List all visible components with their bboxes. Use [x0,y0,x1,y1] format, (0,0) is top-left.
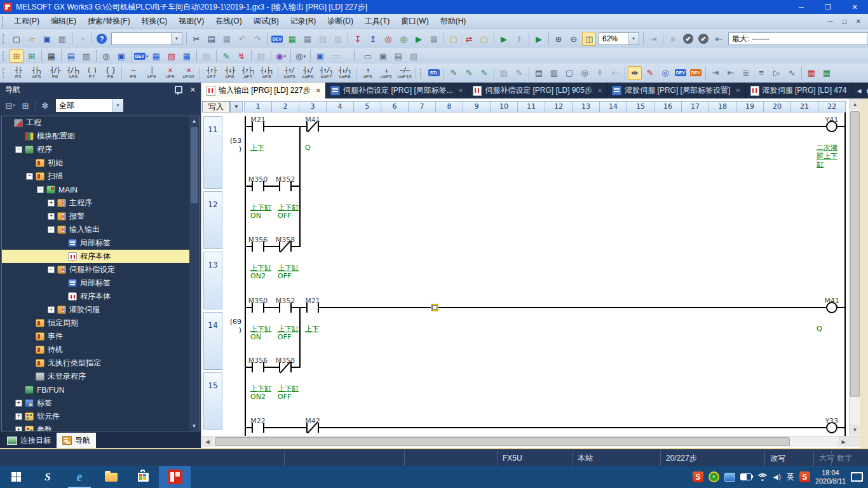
menu-item-工具(T)[interactable]: 工具(T) [359,14,395,29]
editor-tab-3[interactable]: 伺服补偿设定 [PRG] [LD] 905步✕ [468,83,607,98]
store-button[interactable] [127,466,159,488]
check-program-icon[interactable]: ↯ [234,49,248,63]
write-to-plc-icon[interactable]: ↧ [351,32,365,46]
ladder-tool-cF10[interactable]: ✕cF10 [179,64,198,81]
menu-item-编辑(E)[interactable]: 编辑(E) [45,14,82,29]
taskbar-clock[interactable]: 18:042020/8/11 [815,469,846,485]
edit-note-icon[interactable]: ✎ [219,49,233,63]
tree-item-局部标签[interactable]: 局部标签 [2,236,199,250]
device-display-icon[interactable]: ◉▾ [274,49,288,63]
ladder-tool-sF6[interactable]: ┤/├┐sF6 [64,64,83,81]
ladder-tool-F9[interactable]: ─F9 [124,64,142,81]
navigation-window-icon[interactable]: ⊞ [10,49,24,63]
tree-item-恒定周期[interactable]: 恒定周期 [2,316,199,330]
tree-expander-icon[interactable]: − [15,146,22,153]
device-search-blue-icon[interactable]: DEV [674,66,688,80]
start-button[interactable] [0,466,32,488]
window-find-icon[interactable]: ▣ [313,49,327,63]
editor-tab-1[interactable]: 输入输出 [PRG] [LD] 227步✕ [202,83,326,98]
ladder-tool-sF8[interactable]: ┤↓├sF8 [220,64,239,81]
help-icon[interactable]: ? [95,32,109,46]
close-button[interactable]: ✕ [841,0,868,14]
tree-item-报警[interactable]: +报警 [2,210,199,223]
zoom-out-icon[interactable]: ⊖ [567,32,581,46]
notification-icon[interactable] [851,472,863,482]
tree-item-模块配置图[interactable]: 模块配置图 [2,130,199,143]
pin-icon[interactable] [175,86,182,93]
tree-expander-icon[interactable]: + [15,413,22,420]
restore-button[interactable]: ❐ [815,0,841,14]
disabled-1-icon[interactable]: ▨ [316,32,330,46]
rung-find-icon[interactable]: ◎ [578,66,592,80]
scroll-right-icon[interactable]: ▶ [838,437,849,447]
device-find-icon[interactable]: DEV▾ [134,49,148,63]
read-from-plc-icon[interactable]: ↥ [366,32,380,46]
row-number-13[interactable]: 13 [203,252,222,309]
device-search-orange-icon[interactable]: DEV [689,66,703,80]
edit-mode-indicator[interactable]: 写入 [202,101,230,112]
ladder-tool-cF9[interactable]: ✕cF9 [161,64,179,81]
ladder-tool-F6[interactable]: ┤/├F6 [46,64,64,81]
nav-tab-导航[interactable]: 导航 [57,433,96,448]
sogou-tray-icon[interactable]: S [693,471,703,482]
ladder-tool-caF10[interactable]: ─/─caF10 [395,64,414,81]
io-red-icon[interactable]: ▦ [804,66,818,80]
zoom-level-combobox[interactable]: 62%▾ [599,32,639,45]
check-1-icon[interactable]: ✔ [681,32,695,46]
simulation-icon[interactable]: ▶ [532,32,546,46]
indent-left-icon[interactable]: ⇤ [724,66,738,80]
mini-tools-icon[interactable]: ▧ [407,49,421,63]
editor-tab-2[interactable]: 伺服补偿设定 [PRG] [局部标签...✕ [326,83,468,98]
ladder-tool-F7[interactable]: ( )F7 [83,64,101,81]
project-revision-icon[interactable]: ◔ [75,32,89,46]
row-number-12[interactable]: 12 [203,191,222,249]
device-list-icon[interactable]: ▦ [180,49,194,63]
row-number-14[interactable]: 14 [203,312,222,370]
program-list-icon[interactable]: ▤ [64,49,78,63]
tree-item-灌胶伺服[interactable]: +灌胶伺服 [2,303,199,316]
check-2-icon[interactable]: ✔ [696,32,710,46]
doc-import-icon[interactable]: ▢ [477,32,491,46]
tree-item-主程序[interactable]: +主程序 [2,196,199,210]
tree-item-FB/FUN[interactable]: FB/FUN [2,383,199,396]
monitor-edit-icon[interactable]: ✎ [643,66,657,80]
monitor-write-icon[interactable]: ⇹ [628,66,642,80]
row-number-15[interactable]: 15 [203,372,222,430]
step-return-icon[interactable]: ⇤ [712,32,726,46]
menu-item-转换(C)[interactable]: 转换(C) [136,14,173,29]
tree-item-标签[interactable]: +标签 [2,396,199,410]
mini-window-icon[interactable]: ▣ [376,49,390,63]
minimize-button[interactable]: ─ [788,0,815,14]
edit-coil-icon[interactable]: ✎ [462,66,476,80]
pause-gray-icon[interactable]: ■ [666,32,680,46]
verify-green-icon[interactable]: ◎ [397,32,410,46]
monitor-step-icon[interactable]: ⇥ [646,32,660,46]
cut-icon[interactable]: ✂ [189,32,203,46]
tree-item-输入输出[interactable]: −输入输出 [2,223,199,236]
sogou-tray-icon-2[interactable]: S [799,471,810,482]
open-file-icon[interactable]: ▱ [25,32,39,46]
scroll-left-icon[interactable]: ◀ [202,437,213,447]
find-icon[interactable]: ◎ [99,49,113,63]
tree-item-软元件[interactable]: +软元件 [2,410,199,423]
explorer-button[interactable] [95,466,127,488]
settings-gear-icon[interactable]: ✻ [37,98,53,112]
wifi-tray-icon[interactable] [757,473,768,481]
tree-item-程序[interactable]: −程序 [2,143,199,156]
note-icon[interactable]: ▥ [547,66,561,80]
horizontal-scrollbar[interactable]: ◀▶ [202,436,860,447]
print-icon[interactable]: ▥ [55,32,69,46]
tree-expand-icon[interactable]: ⊞ [18,98,33,112]
undo-icon[interactable]: ↶ [235,32,249,46]
pc-manager-tray-icon[interactable] [724,473,735,482]
ladder-tool-F8[interactable]: { }F8 [101,64,119,81]
verify-red-icon[interactable]: ◎ [381,32,395,46]
tree-expander-icon[interactable]: − [26,173,33,180]
edge-button[interactable]: e [64,466,95,488]
menu-item-搜索/替换(F)[interactable]: 搜索/替换(F) [82,14,136,29]
tree-item-工程[interactable]: 工程 [2,116,199,130]
mini-table-icon[interactable]: ▤ [391,49,405,63]
doc-sync-icon[interactable]: ⇄ [462,32,476,46]
run-lock-icon[interactable]: ▶ [497,32,511,46]
ladder-tool-F5[interactable]: ┤├F5 [9,64,27,81]
